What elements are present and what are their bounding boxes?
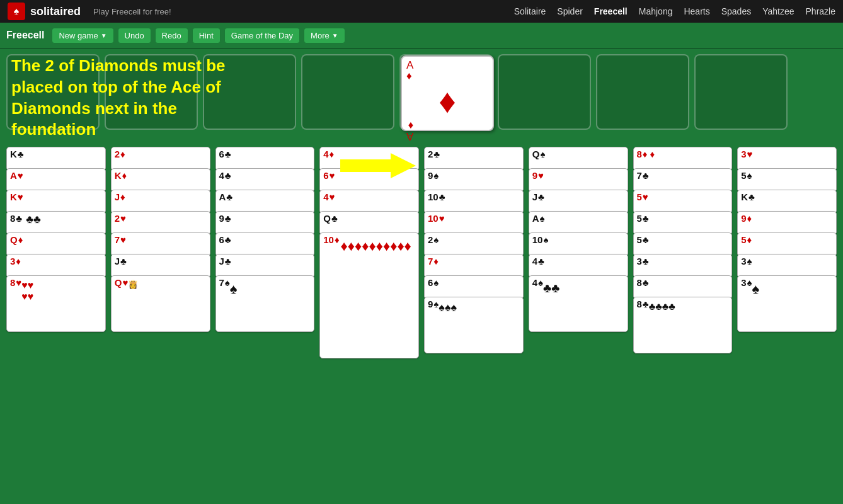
new-game-button[interactable]: New game ▼ bbox=[52, 28, 113, 43]
card-4-hearts[interactable]: 4♥ bbox=[319, 190, 419, 214]
top-navigation: ♠ solitaired Play Freecell for free! Sol… bbox=[0, 0, 843, 23]
column-3: 6♣ 4♣ A♣ 9♣ 6♣ J♣ 7♠ ♠ bbox=[215, 147, 315, 499]
nav-spades[interactable]: Spades bbox=[721, 6, 751, 16]
toolbar: Freecell New game ▼ Undo Redo Hint Game … bbox=[0, 23, 843, 49]
column-1: K♣ A♥ K♥ 8♣ ♣♣ Q♦ 3♦ 8♥ ♥♥♥♥ bbox=[6, 147, 106, 499]
card-A-clubs[interactable]: A♣ bbox=[215, 190, 315, 214]
tagline: Play Freecell for free! bbox=[93, 7, 171, 16]
card-7-hearts[interactable]: 7♥ bbox=[111, 232, 210, 256]
card-K-clubs-8[interactable]: K♣ bbox=[737, 190, 837, 214]
card-K-diamonds[interactable]: K♦ bbox=[111, 168, 210, 192]
card-2-spades[interactable]: 2♠ bbox=[424, 232, 524, 256]
card-center-pip: ♦ bbox=[406, 81, 488, 120]
card-6-clubs-3[interactable]: 6♣ bbox=[215, 147, 315, 171]
ace-of-diamonds-card[interactable]: A♦ ♦ A♦ bbox=[401, 55, 494, 131]
card-7-clubs[interactable]: 7♣ bbox=[633, 168, 733, 192]
card-9-spades-5[interactable]: 9♠ bbox=[424, 168, 524, 192]
card-J-clubs[interactable]: J♣ bbox=[111, 254, 210, 278]
site-name: solitaired bbox=[30, 5, 81, 18]
game-area: The 2 of Diamonds must be placed on top … bbox=[0, 49, 843, 504]
card-K-hearts[interactable]: K♥ bbox=[6, 190, 106, 214]
card-6-clubs-3b[interactable]: 6♣ bbox=[215, 232, 315, 256]
card-2-hearts[interactable]: 2♥ bbox=[111, 211, 210, 235]
hint-text: The 2 of Diamonds must be placed on top … bbox=[11, 55, 251, 140]
card-8-diamonds[interactable]: 8♦ ♦ bbox=[633, 147, 733, 171]
card-7-spades[interactable]: 7♠ ♠ bbox=[215, 275, 315, 332]
card-rank-bottom: A♦ bbox=[406, 120, 488, 142]
card-4-clubs[interactable]: 4♣ bbox=[215, 168, 315, 192]
card-10-spades[interactable]: 10♠ bbox=[529, 232, 628, 256]
card-3-clubs[interactable]: 3♣ bbox=[633, 254, 733, 278]
freecell-4[interactable] bbox=[301, 54, 394, 130]
card-Q-spades[interactable]: Q♠ bbox=[529, 147, 628, 171]
game-title-label: Freecell bbox=[6, 30, 44, 41]
card-8-hearts[interactable]: 8♥ ♥♥♥♥ bbox=[6, 275, 106, 332]
card-4-clubs-6[interactable]: 4♣ bbox=[529, 254, 628, 278]
card-2-diamonds[interactable]: 2♦ bbox=[111, 147, 210, 171]
foundation-1[interactable]: A♦ ♦ A♦ bbox=[399, 54, 493, 130]
card-10-hearts[interactable]: 10♥ bbox=[424, 211, 524, 235]
card-5-hearts[interactable]: 5♥ bbox=[633, 190, 733, 214]
hint-button[interactable]: Hint bbox=[192, 28, 221, 43]
column-4: 4♦ 6♥ 4♥ Q♣ 10♦ ♦♦♦♦♦♦♦♦♦♦ bbox=[319, 147, 419, 499]
card-J-clubs-6[interactable]: J♣ bbox=[529, 190, 628, 214]
card-8-clubs[interactable]: 8♣ ♣♣ bbox=[6, 211, 106, 235]
card-3-diamonds[interactable]: 3♦ bbox=[6, 254, 106, 278]
foundation-4[interactable] bbox=[694, 54, 788, 130]
nav-yahtzee[interactable]: Yahtzee bbox=[762, 6, 794, 16]
nav-spider[interactable]: Spider bbox=[557, 6, 582, 16]
card-A-hearts[interactable]: A♥ bbox=[6, 168, 106, 192]
card-rank-top: A♦ bbox=[406, 60, 488, 81]
card-Q-clubs[interactable]: Q♣ bbox=[319, 211, 419, 235]
more-button[interactable]: More ▼ bbox=[304, 28, 345, 43]
nav-freecell[interactable]: Freecell bbox=[594, 6, 628, 16]
card-3-hearts[interactable]: 3♥ bbox=[737, 147, 837, 171]
card-Q-hearts[interactable]: Q♥ 👸 bbox=[111, 275, 210, 332]
card-K-clubs[interactable]: K♣ bbox=[6, 147, 106, 171]
card-9-clubs[interactable]: 9♣ bbox=[215, 211, 315, 235]
card-5-clubs[interactable]: 5♣ bbox=[633, 211, 733, 235]
card-2-clubs[interactable]: 2♣ bbox=[424, 147, 524, 171]
card-6-spades[interactable]: 6♠ bbox=[424, 275, 524, 299]
nav-hearts[interactable]: Hearts bbox=[684, 6, 709, 16]
card-3-spades-8b[interactable]: 3♠ ♠ bbox=[737, 275, 837, 332]
card-5-spades[interactable]: 5♠ bbox=[737, 168, 837, 192]
card-3-spades[interactable]: 3♠ bbox=[737, 254, 837, 278]
card-9-spades-5b[interactable]: 9♠ ♠♠♠ bbox=[424, 297, 524, 353]
column-7: 8♦ ♦ 7♣ 5♥ 5♣ 5♣ 3♣ 8♣ 8♣ ♣♣♣♣ bbox=[633, 147, 733, 499]
nav-mahjong[interactable]: Mahjong bbox=[639, 6, 673, 16]
card-5-diamonds[interactable]: 5♦ bbox=[737, 232, 837, 256]
card-5-clubs-7b[interactable]: 5♣ bbox=[633, 232, 733, 256]
game-of-day-button[interactable]: Game of the Day bbox=[224, 28, 300, 43]
card-J-diamonds[interactable]: J♦ bbox=[111, 190, 210, 214]
column-6: Q♠ 9♥ J♣ A♠ 10♠ 4♣ 4♠ ♣♣ bbox=[529, 147, 628, 499]
hint-arrow bbox=[340, 153, 416, 178]
nav-solitaire[interactable]: Solitaire bbox=[514, 6, 546, 16]
redo-button[interactable]: Redo bbox=[155, 28, 188, 43]
card-7-diamonds[interactable]: 7♦ bbox=[424, 254, 524, 278]
card-4-spades[interactable]: 4♠ ♣♣ bbox=[529, 275, 628, 332]
column-2: 2♦ K♦ J♦ 2♥ 7♥ J♣ Q♥ 👸 bbox=[111, 147, 210, 499]
undo-button[interactable]: Undo bbox=[118, 28, 151, 43]
nav-phrazle[interactable]: Phrazle bbox=[806, 6, 835, 16]
card-9-hearts[interactable]: 9♥ bbox=[529, 168, 628, 192]
card-10-clubs[interactable]: 10♣ bbox=[424, 190, 524, 214]
column-8: 3♥ 5♠ K♣ 9♦ 5♦ 3♠ 3♠ ♠ bbox=[737, 147, 837, 499]
card-J-clubs-3[interactable]: J♣ bbox=[215, 254, 315, 278]
card-Q-diamonds[interactable]: Q♦ bbox=[6, 232, 106, 256]
card-10-diamonds[interactable]: 10♦ ♦♦♦♦♦♦♦♦♦♦ bbox=[319, 232, 419, 358]
card-8-clubs-7[interactable]: 8♣ bbox=[633, 275, 733, 299]
foundation-2[interactable] bbox=[498, 54, 591, 130]
column-5: 2♣ 9♠ 10♣ 10♥ 2♠ 7♦ 6♠ 9♠ ♠♠♠ bbox=[424, 147, 524, 499]
svg-marker-0 bbox=[340, 153, 416, 178]
logo-icon: ♠ bbox=[8, 3, 25, 20]
logo-area[interactable]: ♠ solitaired bbox=[8, 3, 81, 20]
card-9-diamonds[interactable]: 9♦ bbox=[737, 211, 837, 235]
card-A-spades[interactable]: A♠ bbox=[529, 211, 628, 235]
nav-links: Solitaire Spider Freecell Mahjong Hearts… bbox=[514, 6, 835, 16]
foundation-3[interactable] bbox=[596, 54, 689, 130]
columns-row: K♣ A♥ K♥ 8♣ ♣♣ Q♦ 3♦ 8♥ ♥♥♥♥ 2♦ K♦ J♦ 2♥… bbox=[6, 147, 837, 499]
card-8-clubs-7b[interactable]: 8♣ ♣♣♣♣ bbox=[633, 297, 733, 353]
